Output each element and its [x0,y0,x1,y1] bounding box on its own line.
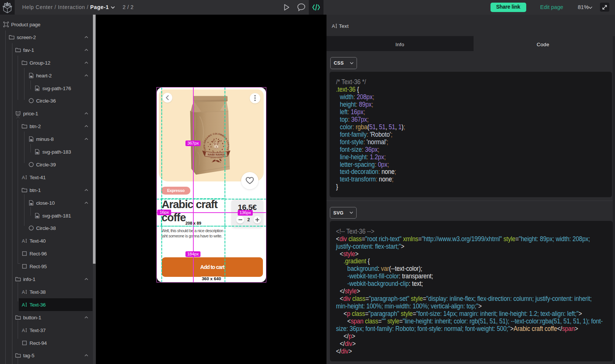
svg-text:svg: svg [36,88,38,90]
svg-text:svg: svg [30,203,32,204]
svg-text:A: A [22,175,25,180]
svg-text:A: A [22,328,25,333]
svg-text:svg: svg [30,139,32,141]
svg-text:svg: svg [30,76,32,77]
svg-text:A: A [22,302,25,307]
svg-text:GROUND COFFEE: GROUND COFFEE [210,157,222,159]
svg-text:svg: svg [36,216,38,217]
svg-text:A: A [22,289,25,295]
svg-text:A: A [332,23,335,29]
svg-text:NABI NAHUI: NABI NAHUI [208,153,225,156]
svg-text:A: A [22,239,25,244]
svg-text:svg: svg [36,152,38,154]
